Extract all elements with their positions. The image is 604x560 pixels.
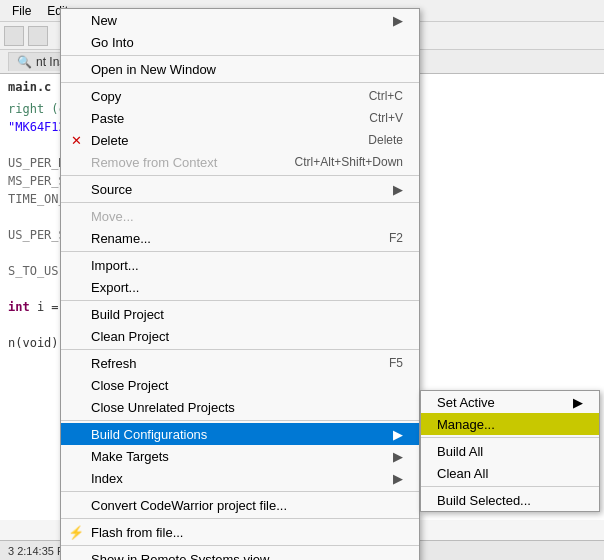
menu-item-build-configurations[interactable]: Build Configurations ▶ — [61, 423, 419, 445]
menu-item-move: Move... — [61, 205, 419, 227]
submenu-item-set-active[interactable]: Set Active ▶ — [421, 391, 599, 413]
source-arrow-icon: ▶ — [393, 182, 403, 197]
submenu-item-manage[interactable]: Manage... — [421, 413, 599, 435]
menu-item-make-targets[interactable]: Make Targets ▶ — [61, 445, 419, 467]
menu-item-export[interactable]: Export... — [61, 276, 419, 298]
menu-item-copy-label: Copy — [91, 89, 121, 104]
build-config-arrow-icon: ▶ — [393, 427, 403, 442]
arrow-icon: ▶ — [393, 13, 403, 28]
menu-item-delete[interactable]: ✕ Delete Delete — [61, 129, 419, 151]
submenu-item-clean-all-label: Clean All — [437, 466, 488, 481]
menu-item-build-project-label: Build Project — [91, 307, 164, 322]
menu-item-build-project[interactable]: Build Project — [61, 303, 419, 325]
menu-item-refresh[interactable]: Refresh F5 — [61, 352, 419, 374]
separator-6 — [61, 300, 419, 301]
separator-11 — [61, 545, 419, 546]
menu-item-paste-label: Paste — [91, 111, 124, 126]
toolbar-icon-2[interactable] — [28, 26, 48, 46]
menu-item-close-project[interactable]: Close Project — [61, 374, 419, 396]
rename-shortcut: F2 — [389, 231, 403, 245]
submenu-separator-2 — [421, 486, 599, 487]
menu-item-rename-label: Rename... — [91, 231, 151, 246]
build-config-submenu: Set Active ▶ Manage... Build All Clean A… — [420, 390, 600, 512]
menu-item-close-project-label: Close Project — [91, 378, 168, 393]
set-active-arrow-icon: ▶ — [573, 395, 583, 410]
menu-item-clean-project-label: Clean Project — [91, 329, 169, 344]
menu-item-make-targets-label: Make Targets — [91, 449, 169, 464]
menu-item-new[interactable]: New ▶ — [61, 9, 419, 31]
submenu-item-clean-all[interactable]: Clean All — [421, 462, 599, 484]
menu-item-show-remote-label: Show in Remote Systems view — [91, 552, 269, 561]
delete-icon: ✕ — [67, 133, 85, 148]
menu-item-move-label: Move... — [91, 209, 134, 224]
submenu-item-manage-label: Manage... — [437, 417, 495, 432]
menu-item-delete-label: Delete — [91, 133, 129, 148]
menu-item-open-new-window[interactable]: Open in New Window — [61, 58, 419, 80]
menu-item-import[interactable]: Import... — [61, 254, 419, 276]
menu-item-convert-cw-label: Convert CodeWarrior project file... — [91, 498, 287, 513]
submenu-item-build-selected-label: Build Selected... — [437, 493, 531, 508]
index-arrow-icon: ▶ — [393, 471, 403, 486]
copy-shortcut: Ctrl+C — [369, 89, 403, 103]
menu-item-flash-file-label: Flash from file... — [91, 525, 183, 540]
context-menu: New ▶ Go Into Open in New Window Copy Ct… — [60, 8, 420, 560]
make-targets-arrow-icon: ▶ — [393, 449, 403, 464]
submenu-item-build-selected[interactable]: Build Selected... — [421, 489, 599, 511]
menu-item-export-label: Export... — [91, 280, 139, 295]
separator-2 — [61, 82, 419, 83]
menu-item-close-unrelated-label: Close Unrelated Projects — [91, 400, 235, 415]
paste-shortcut: Ctrl+V — [369, 111, 403, 125]
submenu-item-set-active-label: Set Active — [437, 395, 495, 410]
separator-7 — [61, 349, 419, 350]
menu-item-rename[interactable]: Rename... F2 — [61, 227, 419, 249]
menu-item-go-into-label: Go Into — [91, 35, 134, 50]
inspector-icon: 🔍 — [17, 55, 32, 69]
menu-item-new-label: New — [91, 13, 117, 28]
menu-item-source[interactable]: Source ▶ — [61, 178, 419, 200]
delete-shortcut: Delete — [368, 133, 403, 147]
menu-item-copy[interactable]: Copy Ctrl+C — [61, 85, 419, 107]
menu-item-index[interactable]: Index ▶ — [61, 467, 419, 489]
flash-icon: ⚡ — [67, 525, 85, 540]
menu-file[interactable]: File — [4, 2, 39, 20]
menu-item-show-remote[interactable]: Show in Remote Systems view — [61, 548, 419, 560]
separator-3 — [61, 175, 419, 176]
menu-item-convert-cw[interactable]: Convert CodeWarrior project file... — [61, 494, 419, 516]
menu-item-remove-context: Remove from Context Ctrl+Alt+Shift+Down — [61, 151, 419, 173]
menu-item-open-new-window-label: Open in New Window — [91, 62, 216, 77]
separator-9 — [61, 491, 419, 492]
menu-item-import-label: Import... — [91, 258, 139, 273]
menu-item-close-unrelated[interactable]: Close Unrelated Projects — [61, 396, 419, 418]
menu-item-go-into[interactable]: Go Into — [61, 31, 419, 53]
menu-item-flash-file[interactable]: ⚡ Flash from file... — [61, 521, 419, 543]
submenu-separator-1 — [421, 437, 599, 438]
menu-item-paste[interactable]: Paste Ctrl+V — [61, 107, 419, 129]
separator-4 — [61, 202, 419, 203]
menu-item-refresh-label: Refresh — [91, 356, 137, 371]
menu-item-build-configurations-label: Build Configurations — [91, 427, 207, 442]
menu-item-clean-project[interactable]: Clean Project — [61, 325, 419, 347]
separator-10 — [61, 518, 419, 519]
separator-5 — [61, 251, 419, 252]
submenu-item-build-all-label: Build All — [437, 444, 483, 459]
menu-item-remove-context-label: Remove from Context — [91, 155, 217, 170]
submenu-item-build-all[interactable]: Build All — [421, 440, 599, 462]
separator-1 — [61, 55, 419, 56]
menu-item-index-label: Index — [91, 471, 123, 486]
separator-8 — [61, 420, 419, 421]
remove-context-shortcut: Ctrl+Alt+Shift+Down — [295, 155, 403, 169]
menu-item-source-label: Source — [91, 182, 132, 197]
toolbar-icon-1[interactable] — [4, 26, 24, 46]
refresh-shortcut: F5 — [389, 356, 403, 370]
